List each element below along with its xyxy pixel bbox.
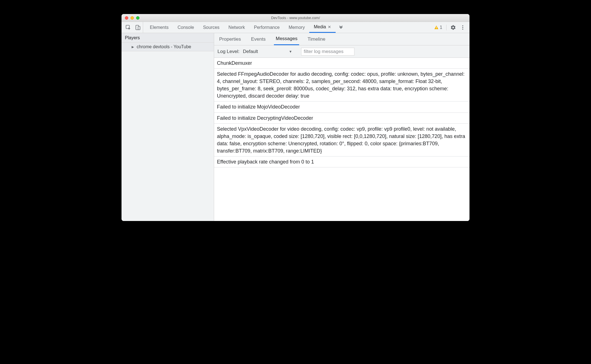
tab-sources[interactable]: Sources [198, 22, 224, 33]
log-level-value: Default [243, 49, 258, 54]
tab-label: Media [314, 24, 326, 29]
svg-point-5 [462, 25, 463, 26]
log-level-select[interactable]: Default ▼ [243, 49, 292, 54]
filter-log-input[interactable] [301, 48, 354, 56]
panel-tabs: Elements Console Sources Network Perform… [145, 22, 432, 33]
subtab-properties[interactable]: Properties [217, 33, 242, 45]
tab-label: Network [228, 25, 245, 30]
subtab-label: Properties [219, 36, 241, 42]
tab-media[interactable]: Media ✕ [309, 22, 336, 33]
tab-label: Elements [150, 25, 169, 30]
kebab-menu-icon[interactable] [460, 25, 466, 30]
warnings-indicator[interactable]: 1 [434, 25, 442, 30]
tab-label: Memory [288, 25, 305, 30]
svg-rect-4 [436, 28, 437, 29]
log-message[interactable]: ChunkDemuxer [214, 58, 469, 69]
tab-console[interactable]: Console [173, 22, 199, 33]
players-header: Players [122, 33, 214, 43]
settings-icon[interactable] [450, 25, 456, 30]
traffic-lights [122, 16, 139, 20]
player-item[interactable]: ▶ chrome devtools - YouTube [122, 43, 214, 51]
log-message[interactable]: Selected FFmpegAudioDecoder for audio de… [214, 69, 469, 102]
media-panel: Properties Events Messages Timeline Log … [214, 33, 469, 221]
device-toolbar-icon[interactable] [135, 25, 141, 30]
tab-memory[interactable]: Memory [284, 22, 309, 33]
log-message[interactable]: Failed to initialize MojoVideoDecoder [214, 102, 469, 112]
players-panel: Players ▶ chrome devtools - YouTube [122, 33, 214, 221]
svg-rect-3 [436, 27, 437, 28]
inspect-element-icon[interactable] [125, 25, 131, 30]
svg-point-6 [462, 27, 463, 28]
media-subtabs: Properties Events Messages Timeline [214, 33, 469, 45]
svg-rect-2 [138, 26, 140, 30]
log-message[interactable]: Selected VpxVideoDecoder for video decod… [214, 124, 469, 156]
messages-list: ChunkDemuxer Selected FFmpegAudioDecoder… [214, 58, 469, 221]
content-split: Players ▶ chrome devtools - YouTube Prop… [122, 33, 469, 221]
messages-filter-bar: Log Level: Default ▼ [214, 45, 469, 58]
close-tab-icon[interactable]: ✕ [328, 25, 331, 29]
tab-network[interactable]: Network [224, 22, 249, 33]
tab-label: Performance [254, 25, 280, 30]
zoom-window-button[interactable] [136, 16, 139, 20]
tab-performance[interactable]: Performance [249, 22, 284, 33]
subtab-messages[interactable]: Messages [274, 33, 299, 45]
log-level-label: Log Level: [217, 49, 239, 54]
close-window-button[interactable] [125, 16, 128, 20]
subtab-events[interactable]: Events [249, 33, 267, 45]
warning-count: 1 [440, 25, 442, 30]
divider [446, 25, 446, 30]
minimize-window-button[interactable] [130, 16, 134, 20]
devtools-toolbar: Elements Console Sources Network Perform… [122, 22, 469, 33]
devtools-window: DevTools - www.youtube.com/ Elements Con… [122, 14, 469, 221]
svg-point-7 [462, 29, 463, 30]
log-message[interactable]: Effective playback rate changed from 0 t… [214, 156, 469, 167]
tab-label: Sources [203, 25, 219, 30]
disclosure-triangle-icon[interactable]: ▶ [132, 45, 134, 49]
dropdown-caret-icon: ▼ [289, 50, 292, 54]
subtab-timeline[interactable]: Timeline [306, 33, 327, 45]
more-tabs-icon[interactable] [336, 25, 346, 30]
subtab-label: Messages [276, 36, 297, 42]
subtab-label: Timeline [308, 36, 326, 42]
tab-label: Console [178, 25, 194, 30]
titlebar: DevTools - www.youtube.com/ [122, 14, 469, 22]
subtab-label: Events [251, 36, 265, 42]
player-label: chrome devtools - YouTube [137, 44, 191, 49]
log-message[interactable]: Failed to initialize DecryptingVideoDeco… [214, 113, 469, 124]
tab-elements[interactable]: Elements [145, 22, 173, 33]
window-title: DevTools - www.youtube.com/ [122, 16, 469, 20]
